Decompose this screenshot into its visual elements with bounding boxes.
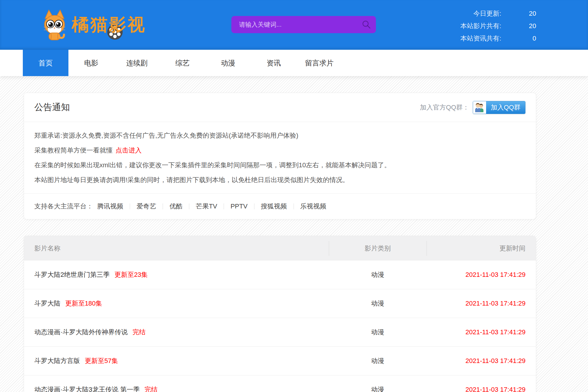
table-row[interactable]: 斗罗大陆 更新至180集 动漫 2021-11-03 17:41:29: [24, 289, 536, 318]
table-row[interactable]: 动态漫画·斗罗大陆3龙王传说 第一季 完结 动漫 2021-11-03 17:4…: [24, 375, 536, 392]
movie-category[interactable]: 动漫: [329, 328, 427, 337]
divider: [294, 203, 294, 209]
update-status: 更新至23集: [114, 271, 148, 278]
announcement-header: 公告通知 加入官方QQ群：: [24, 93, 536, 122]
column-divider: [427, 241, 427, 256]
update-time: 2021-11-03 17:41:29: [427, 300, 536, 307]
join-qq-button-label: 加入QQ群: [486, 101, 525, 114]
movie-title-link[interactable]: 斗罗大陆方言版: [34, 357, 80, 364]
update-time: 2021-11-03 17:41:29: [427, 357, 536, 365]
notice-line: 本站图片地址每日更换请勿调用!采集的同时，请把图片下载到本地，以免杜绝日后出现类…: [34, 173, 525, 187]
notice-text: 在采集的时候如果出现xml出错，建议你更改一下采集插件里的采集时间间隔那一项，调…: [34, 161, 391, 169]
announcement-card: 公告通知 加入官方QQ群：: [24, 93, 536, 219]
platform-sohu[interactable]: 搜狐视频: [261, 202, 287, 211]
divider: [254, 203, 254, 209]
nav-item-news[interactable]: 资讯: [251, 50, 297, 76]
nav-item-anime[interactable]: 动漫: [205, 50, 251, 76]
announcement-title: 公告通知: [34, 101, 70, 113]
notice-text: 采集教程简单方便一看就懂: [34, 147, 113, 154]
nav-item-movies[interactable]: 电影: [68, 50, 114, 76]
stat-value: 20: [501, 10, 536, 17]
stat-value: 20: [501, 22, 536, 30]
page-content: 公告通知 加入官方QQ群：: [0, 76, 588, 392]
stat-today-updates: 今日更新: 20: [460, 7, 536, 20]
notice-list: 郑重承诺:资源永久免费,资源不含任何广告,无广告永久免费的资源站(承诺绝不影响用…: [24, 122, 536, 194]
search-bar: [231, 16, 376, 33]
qq-group-people-icon: [473, 101, 486, 114]
nav-item-series[interactable]: 连续剧: [114, 50, 160, 76]
divider: [163, 203, 163, 209]
site-stats: 今日更新: 20 本站影片共有: 20 本站资讯共有: 0: [460, 7, 536, 45]
platforms-label: 支持各大主流平台：: [34, 202, 93, 211]
stat-value: 0: [501, 35, 536, 42]
qq-join-area: 加入官方QQ群： 加入QQ群: [420, 101, 525, 114]
movie-category[interactable]: 动漫: [329, 356, 427, 365]
platform-youku[interactable]: 优酷: [169, 202, 182, 211]
site-header: 橘猫影视 今日更新: 20 本站影片共有: 20 本站资讯共有: 0: [0, 0, 588, 50]
divider: [130, 203, 130, 209]
notice-text: 郑重承诺:资源永久免费,资源不含任何广告,无广告永久免费的资源站(承诺绝不影响用…: [34, 132, 298, 139]
nav-item-home[interactable]: 首页: [23, 50, 68, 76]
platform-mgtv[interactable]: 芒果TV: [196, 202, 217, 211]
divider: [189, 203, 189, 209]
divider: [224, 203, 224, 209]
movie-category[interactable]: 动漫: [329, 385, 427, 392]
movie-category[interactable]: 动漫: [329, 270, 427, 279]
cat-mascot-icon: [41, 9, 68, 41]
movie-table: 影片名称 影片类别 更新时间 斗罗大陆2绝世唐门第三季 更新至23集 动漫 20…: [24, 236, 536, 392]
stat-label: 本站影片共有:: [460, 22, 501, 30]
update-time: 2021-11-03 17:41:29: [427, 328, 536, 336]
table-row[interactable]: 动态漫画·斗罗大陆外传神界传说 完结 动漫 2021-11-03 17:41:2…: [24, 318, 536, 347]
movie-title-link[interactable]: 斗罗大陆2绝世唐门第三季: [34, 271, 110, 278]
table-header: 影片名称 影片类别 更新时间: [24, 236, 536, 261]
platform-pptv[interactable]: PPTV: [230, 203, 247, 210]
nav-item-variety[interactable]: 综艺: [160, 50, 205, 76]
site-title: 橘猫影视: [72, 13, 146, 36]
column-header-category: 影片类别: [329, 244, 427, 253]
notice-line: 郑重承诺:资源永久免费,资源不含任何广告,无广告永久免费的资源站(承诺绝不影响用…: [34, 128, 525, 143]
update-status: 更新至180集: [65, 300, 102, 307]
platform-tencent[interactable]: 腾讯视频: [97, 202, 123, 211]
update-status: 完结: [132, 328, 145, 336]
movie-category[interactable]: 动漫: [329, 299, 427, 308]
movie-title-link[interactable]: 动态漫画·斗罗大陆外传神界传说: [34, 328, 128, 336]
stat-label: 本站资讯共有:: [460, 34, 501, 43]
main-nav: 首页 电影 连续剧 综艺 动漫 资讯 留言求片: [0, 50, 588, 76]
platform-letv[interactable]: 乐视视频: [300, 202, 326, 211]
table-row[interactable]: 斗罗大陆方言版 更新至57集 动漫 2021-11-03 17:41:29: [24, 347, 536, 375]
platform-iqiyi[interactable]: 爱奇艺: [137, 202, 156, 211]
nav-item-request[interactable]: 留言求片: [297, 50, 342, 76]
notice-text: 本站图片地址每日更换请勿调用!采集的同时，请把图片下载到本地，以免杜绝日后出现类…: [34, 176, 349, 184]
update-status: 更新至57集: [85, 357, 118, 364]
table-row[interactable]: 斗罗大陆2绝世唐门第三季 更新至23集 动漫 2021-11-03 17:41:…: [24, 261, 536, 289]
site-logo[interactable]: 橘猫影视: [41, 9, 146, 41]
search-input[interactable]: [231, 16, 376, 33]
notice-line: 在采集的时候如果出现xml出错，建议你更改一下采集插件里的采集时间间隔那一项，调…: [34, 158, 525, 173]
movie-title-link[interactable]: 动态漫画·斗罗大陆3龙王传说 第一季: [34, 386, 140, 392]
stat-total-news: 本站资讯共有: 0: [460, 32, 536, 45]
platforms-row: 支持各大主流平台： 腾讯视频 爱奇艺 优酷 芒果TV PPTV 搜狐视频 乐视视…: [24, 194, 536, 219]
stat-label: 今日更新:: [473, 9, 501, 18]
notice-line: 采集教程简单方便一看就懂点击进入: [34, 143, 525, 158]
join-qq-button[interactable]: 加入QQ群: [473, 101, 525, 114]
search-icon[interactable]: [362, 20, 371, 29]
notice-link[interactable]: 点击进入: [116, 147, 142, 154]
qq-group-label: 加入官方QQ群：: [420, 103, 469, 112]
column-header-title: 影片名称: [24, 244, 329, 253]
update-status: 完结: [145, 386, 158, 392]
update-time: 2021-11-03 17:41:29: [427, 386, 536, 392]
update-time: 2021-11-03 17:41:29: [427, 271, 536, 279]
column-divider: [329, 241, 329, 256]
stat-total-movies: 本站影片共有: 20: [460, 20, 536, 32]
column-header-time: 更新时间: [427, 244, 536, 253]
movie-title-link[interactable]: 斗罗大陆: [34, 300, 60, 307]
